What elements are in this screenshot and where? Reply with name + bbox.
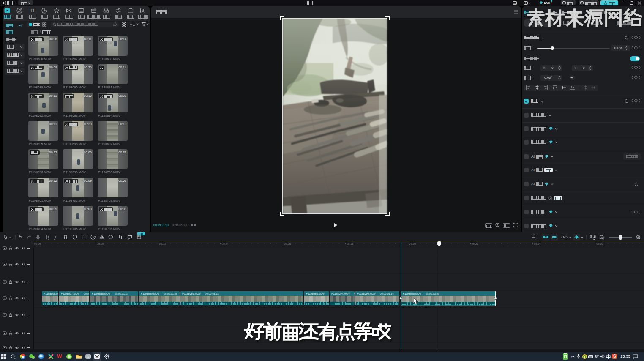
svg-text:TI: TI bbox=[30, 8, 34, 14]
